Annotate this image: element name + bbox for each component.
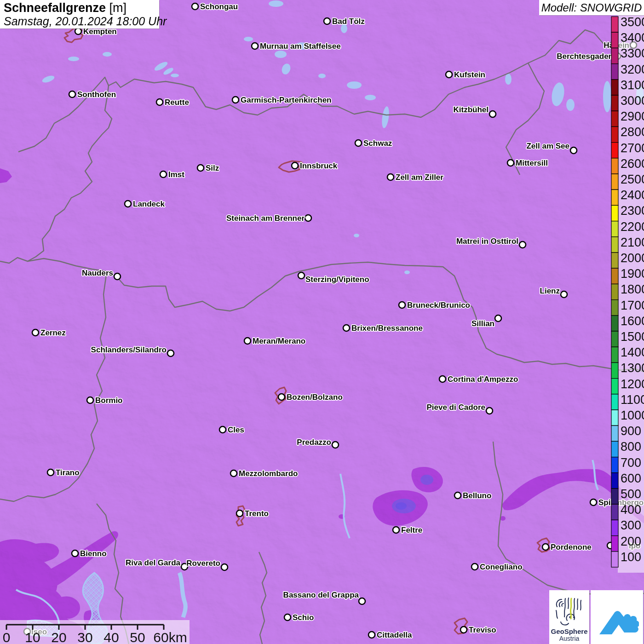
- colorbar-tick-label: 1300: [621, 361, 644, 375]
- map-title: Schneefallgrenze [m]: [4, 1, 155, 15]
- city-marker: [87, 397, 93, 403]
- city-label: Bad Tölz: [332, 17, 365, 26]
- city-marker: [278, 394, 285, 400]
- city-label: Cortina d'Ampezzo: [448, 375, 518, 384]
- city-marker: [507, 160, 514, 166]
- city-label: Kufstein: [454, 70, 485, 79]
- city-label: Bienno: [80, 549, 107, 558]
- colorbar-cell: [611, 64, 618, 80]
- city-marker: [454, 492, 461, 499]
- city-label: Landeck: [133, 200, 165, 208]
- city-marker: [387, 174, 394, 180]
- city-marker: [284, 614, 291, 621]
- scalebar-label: 40: [104, 630, 119, 644]
- colorbar-cell: [611, 158, 618, 174]
- colorbar-tick-label: 3200: [621, 63, 644, 76]
- colorbar-cell: [611, 441, 618, 457]
- city-marker: [343, 325, 350, 331]
- city-marker: [244, 338, 251, 344]
- city-label: Zell am See: [526, 142, 569, 150]
- colorbar-cell: [611, 473, 618, 489]
- colorbar-cell: [611, 331, 618, 347]
- city-label: Mezzolombardo: [239, 469, 298, 478]
- colorbar-tick-label: 1400: [621, 345, 644, 359]
- city-marker: [359, 598, 365, 604]
- colorbar-cell: [611, 504, 618, 520]
- city-label: Kitzbühel: [454, 105, 489, 114]
- colorbar-tick-label: 3100: [621, 78, 644, 92]
- colorbar-tick-label: 2700: [621, 141, 644, 155]
- colorbar-tick-label: 2200: [621, 220, 644, 234]
- city-marker: [156, 99, 163, 105]
- city-label: Nauders: [82, 269, 113, 277]
- city-label: Bozen/Bolzano: [287, 393, 343, 402]
- city-marker: [32, 329, 39, 336]
- colorbar-tick-label: 3400: [621, 31, 644, 45]
- colorbar-tick-label: 2400: [621, 188, 644, 202]
- city-marker: [114, 273, 121, 280]
- city-marker: [561, 291, 567, 298]
- colorbar-cell: [611, 32, 618, 48]
- colorbar-tick-label: 2800: [621, 125, 644, 139]
- city-marker: [292, 162, 298, 169]
- colorbar-tick-label: 2500: [621, 172, 644, 186]
- city-marker: [221, 564, 228, 570]
- colorbar-cell: [611, 489, 618, 504]
- city-marker: [472, 564, 478, 570]
- city-marker: [75, 28, 81, 34]
- weather-map-screenshot: KemptenSchongauBad TölzMurnau am Staffel…: [0, 0, 644, 644]
- city-marker: [439, 376, 446, 382]
- city-label: Steinach am Brenner: [226, 214, 305, 223]
- city-marker: [519, 242, 526, 248]
- city-label: Mittersill: [516, 159, 548, 167]
- colorbar-tick-label: 2900: [621, 109, 644, 123]
- city-label: Cles: [228, 426, 244, 434]
- city-label: Cittadella: [377, 631, 412, 639]
- city-marker: [197, 165, 204, 171]
- colorbar-tick-label: 800: [621, 440, 641, 454]
- city-marker: [590, 499, 597, 506]
- city-label: Schongau: [200, 2, 238, 11]
- city-label: Trento: [245, 509, 269, 518]
- snowfall-limit-map: KemptenSchongauBad TölzMurnau am Staffel…: [0, 0, 644, 644]
- city-marker: [232, 97, 239, 103]
- colorbar-cell: [611, 221, 618, 237]
- city-label: Zernez: [40, 328, 66, 337]
- city-label: Pieve di Cadore: [426, 403, 485, 412]
- city-label: Bassano del Grappa: [283, 591, 359, 599]
- colorbar-tick-label: 2600: [621, 157, 644, 171]
- city-label: Sillian: [472, 319, 494, 328]
- colorbar-tick-label: 1900: [621, 267, 644, 281]
- map-title-panel: Schneefallgrenze [m] Samstag, 20.01.2024…: [0, 0, 159, 29]
- colorbar-cell: [611, 95, 618, 111]
- colorbar-tick-label: 1100: [621, 393, 644, 407]
- title-unit: [m]: [109, 1, 127, 15]
- colorbar-tick-label: 1500: [621, 330, 644, 344]
- city-marker: [355, 140, 362, 146]
- colorbar-cell: [611, 284, 618, 299]
- colorbar-tick-label: 1600: [621, 314, 644, 328]
- city-marker: [230, 470, 237, 477]
- colorbar-cell: [611, 268, 618, 284]
- colorbar-tick-label: 3300: [621, 46, 644, 60]
- city-label: Sonthofen: [77, 90, 116, 99]
- colorbar-tick-label: 600: [621, 472, 641, 485]
- colorbar-cell: [611, 552, 618, 567]
- city-marker: [219, 426, 226, 433]
- colorbar-tick-label: 3500: [621, 15, 644, 29]
- city-label: Reutte: [165, 98, 189, 107]
- colorbar-cell: [611, 379, 618, 394]
- city-marker: [192, 3, 198, 10]
- colorbar-tick-label: 1000: [621, 408, 644, 422]
- colorbar-cell: [611, 126, 618, 142]
- scalebar-label: 30: [77, 630, 92, 644]
- model-panel: Modell: SNOWGRID: [539, 0, 644, 15]
- colorbar-tick-label: 3000: [621, 94, 644, 108]
- city-label: Schwaz: [363, 139, 392, 148]
- colorbar-cell: [611, 237, 618, 253]
- city-marker: [542, 544, 549, 550]
- geosphere-logo-panel: GeoSphere Austria: [549, 590, 589, 644]
- city-label: Riva del Garda: [126, 558, 181, 567]
- colorbar-cell: [611, 316, 618, 331]
- city-label: Murnau am Staffelsee: [260, 42, 341, 51]
